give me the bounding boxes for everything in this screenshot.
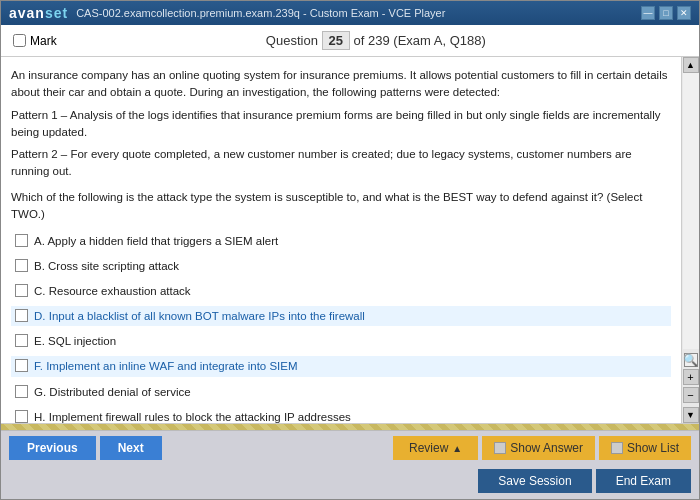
option-row-c[interactable]: C. Resource exhaustion attack bbox=[11, 281, 671, 301]
bottom-bar2: Save Session End Exam bbox=[1, 465, 699, 499]
end-exam-button[interactable]: End Exam bbox=[596, 469, 691, 493]
title-bar-left: avanset CAS-002.examcollection.premium.e… bbox=[9, 5, 445, 21]
search-icon[interactable]: 🔍 bbox=[684, 353, 698, 367]
logo-avan: avan bbox=[9, 5, 45, 21]
question-pattern1: Pattern 1 – Analysis of the logs identif… bbox=[11, 107, 671, 142]
maximize-button[interactable]: □ bbox=[659, 6, 673, 20]
option-text-g: G. Distributed denial of service bbox=[34, 384, 191, 400]
scroll-panel: ▲ 🔍 + − ▼ bbox=[681, 57, 699, 423]
zoom-in-button[interactable]: + bbox=[683, 369, 699, 385]
close-button[interactable]: ✕ bbox=[677, 6, 691, 20]
show-answer-button[interactable]: Show Answer bbox=[482, 436, 595, 460]
question-header: Mark Question 25 of 239 (Exam A, Q188) bbox=[1, 25, 699, 57]
option-checkbox-e[interactable] bbox=[15, 334, 28, 347]
option-text-d: D. Input a blacklist of all known BOT ma… bbox=[34, 308, 365, 324]
option-checkbox-a[interactable] bbox=[15, 234, 28, 247]
previous-button[interactable]: Previous bbox=[9, 436, 96, 460]
option-row-a[interactable]: A. Apply a hidden field that triggers a … bbox=[11, 231, 671, 251]
save-session-button[interactable]: Save Session bbox=[478, 469, 591, 493]
question-info: Question 25 of 239 (Exam A, Q188) bbox=[65, 31, 687, 50]
window-title: CAS-002.examcollection.premium.exam.239q… bbox=[76, 7, 445, 19]
option-checkbox-d[interactable] bbox=[15, 309, 28, 322]
app-logo: avanset bbox=[9, 5, 68, 21]
scroll-down-button[interactable]: ▼ bbox=[683, 407, 699, 423]
question-label: Question bbox=[266, 33, 318, 48]
option-text-c: C. Resource exhaustion attack bbox=[34, 283, 191, 299]
window-controls: — □ ✕ bbox=[641, 6, 691, 20]
mark-label: Mark bbox=[30, 34, 57, 48]
option-row-e[interactable]: E. SQL injection bbox=[11, 331, 671, 351]
question-intro: An insurance company has an online quoti… bbox=[11, 67, 671, 102]
question-total: of 239 (Exam A, Q188) bbox=[354, 33, 486, 48]
option-text-b: B. Cross site scripting attack bbox=[34, 258, 179, 274]
option-checkbox-g[interactable] bbox=[15, 385, 28, 398]
answer-options: A. Apply a hidden field that triggers a … bbox=[11, 231, 671, 424]
option-row-d[interactable]: D. Input a blacklist of all known BOT ma… bbox=[11, 306, 671, 326]
option-checkbox-h[interactable] bbox=[15, 410, 28, 423]
show-list-label: Show List bbox=[627, 441, 679, 455]
question-prompt: Which of the following is the attack typ… bbox=[11, 189, 671, 224]
option-row-g[interactable]: G. Distributed denial of service bbox=[11, 382, 671, 402]
zoom-out-button[interactable]: − bbox=[683, 387, 699, 403]
show-list-icon bbox=[611, 442, 623, 454]
bottom-toolbar: Previous Next Review ▲ Show Answer Show … bbox=[1, 430, 699, 465]
next-button[interactable]: Next bbox=[100, 436, 162, 460]
option-row-b[interactable]: B. Cross site scripting attack bbox=[11, 256, 671, 276]
zoom-controls: 🔍 + − bbox=[683, 349, 699, 407]
review-arrow-icon: ▲ bbox=[452, 443, 462, 454]
review-label: Review bbox=[409, 441, 448, 455]
mark-checkbox[interactable] bbox=[13, 34, 26, 47]
option-checkbox-c[interactable] bbox=[15, 284, 28, 297]
option-text-f: F. Implement an inline WAF and integrate… bbox=[34, 358, 298, 374]
option-text-e: E. SQL injection bbox=[34, 333, 116, 349]
scroll-track bbox=[683, 73, 699, 349]
content-area: An insurance company has an online quoti… bbox=[1, 57, 699, 424]
question-number-badge: 25 bbox=[322, 31, 350, 50]
show-answer-icon bbox=[494, 442, 506, 454]
option-text-a: A. Apply a hidden field that triggers a … bbox=[34, 233, 278, 249]
minimize-button[interactable]: — bbox=[641, 6, 655, 20]
app-window: avanset CAS-002.examcollection.premium.e… bbox=[0, 0, 700, 500]
scroll-up-button[interactable]: ▲ bbox=[683, 57, 699, 73]
show-answer-label: Show Answer bbox=[510, 441, 583, 455]
title-bar: avanset CAS-002.examcollection.premium.e… bbox=[1, 1, 699, 25]
option-text-h: H. Implement firewall rules to block the… bbox=[34, 409, 351, 424]
show-list-button[interactable]: Show List bbox=[599, 436, 691, 460]
logo-set: set bbox=[45, 5, 68, 21]
option-checkbox-f[interactable] bbox=[15, 359, 28, 372]
option-checkbox-b[interactable] bbox=[15, 259, 28, 272]
option-row-h[interactable]: H. Implement firewall rules to block the… bbox=[11, 407, 671, 424]
option-row-f[interactable]: F. Implement an inline WAF and integrate… bbox=[11, 356, 671, 376]
review-button[interactable]: Review ▲ bbox=[393, 436, 478, 460]
main-area: Mark Question 25 of 239 (Exam A, Q188) A… bbox=[1, 25, 699, 499]
question-text: An insurance company has an online quoti… bbox=[11, 67, 671, 223]
mark-checkbox-area[interactable]: Mark bbox=[13, 34, 57, 48]
question-pattern2: Pattern 2 – For every quote completed, a… bbox=[11, 146, 671, 181]
